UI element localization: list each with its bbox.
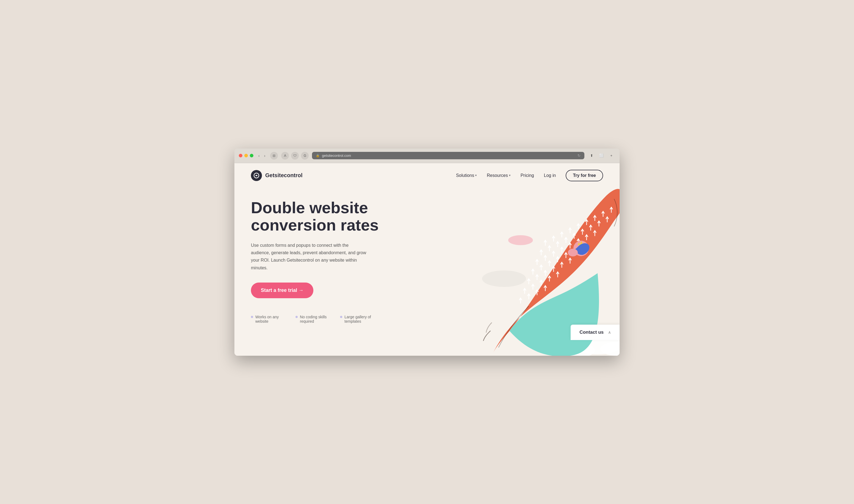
contact-bar-chevron-icon: ∧: [608, 330, 611, 335]
logo-text: Getsitecontrol: [265, 172, 303, 179]
feature-item-3: Large gallery of templates: [340, 315, 376, 324]
back-button[interactable]: ‹: [257, 152, 261, 159]
feature-label-2: No coding skills required: [300, 315, 331, 324]
sidebar-button[interactable]: ⬜: [598, 152, 605, 160]
refresh-icon[interactable]: ↻: [578, 154, 581, 158]
features-list: Works on any website No coding skills re…: [251, 315, 394, 324]
logo-area[interactable]: Getsitecontrol: [251, 170, 303, 181]
resources-label: Resources: [487, 173, 508, 178]
feature-item-2: No coding skills required: [295, 315, 331, 324]
browser-window: ‹ › ⊟ A 🛡 G 🔒 getsitecontrol.com ↻ ⬆ ⬜ +: [234, 148, 620, 356]
address-bar[interactable]: 🔒 getsitecontrol.com ↻: [312, 152, 584, 159]
feature-dot-2: [295, 316, 298, 318]
browser-actions: ⬆ ⬜ +: [588, 152, 615, 160]
browser-chrome: ‹ › ⊟ A 🛡 G 🔒 getsitecontrol.com ↻ ⬆ ⬜ +: [234, 148, 620, 163]
minimize-button[interactable]: [244, 154, 248, 157]
page-content: Getsitecontrol Solutions ▾ Resources ▾ P…: [234, 163, 620, 356]
login-nav-item[interactable]: Log in: [544, 173, 556, 178]
sidebar-toggle[interactable]: ⊟: [270, 152, 278, 160]
ext-icon[interactable]: G: [301, 152, 309, 160]
solutions-nav-item[interactable]: Solutions ▾: [456, 173, 477, 178]
resources-chevron: ▾: [509, 174, 511, 177]
solutions-chevron: ▾: [475, 174, 477, 177]
try-for-free-button[interactable]: Try for free: [566, 170, 603, 181]
feature-item-1: Works on any website: [251, 315, 287, 324]
lock-icon: 🔒: [316, 154, 320, 157]
adblock-icon[interactable]: A: [281, 152, 289, 160]
feature-dot-1: [251, 316, 253, 318]
shield-icon[interactable]: 🛡: [291, 152, 299, 160]
pricing-label: Pricing: [521, 173, 534, 178]
new-tab-button[interactable]: +: [607, 152, 615, 160]
solutions-label: Solutions: [456, 173, 474, 178]
svg-point-1: [482, 270, 526, 287]
contact-us-label: Contact us: [579, 329, 604, 335]
start-free-trial-button[interactable]: Start a free trial →: [251, 283, 313, 298]
traffic-lights: [239, 154, 253, 157]
resources-nav-item[interactable]: Resources ▾: [487, 173, 510, 178]
logo-icon: [251, 170, 262, 181]
feature-label-3: Large gallery of templates: [344, 315, 376, 324]
nav-links: Solutions ▾ Resources ▾ Pricing Log in T…: [456, 170, 603, 181]
share-button[interactable]: ⬆: [588, 152, 595, 160]
svg-point-7: [568, 249, 578, 256]
maximize-button[interactable]: [250, 154, 253, 157]
svg-point-5: [508, 235, 533, 245]
contact-bar[interactable]: Contact us ∧: [570, 325, 620, 340]
forward-button[interactable]: ›: [262, 152, 267, 159]
hero-section: Double website conversion rates Use cust…: [234, 188, 620, 340]
browser-nav-buttons: ‹ ›: [257, 152, 267, 159]
hero-content: Double website conversion rates Use cust…: [251, 199, 394, 324]
feature-label-1: Works on any website: [255, 315, 287, 324]
hero-title: Double website conversion rates: [251, 199, 394, 234]
extension-icons: A 🛡 G: [281, 152, 309, 160]
hero-subtitle: Use custom forms and popups to connect w…: [251, 241, 366, 272]
url-text: getsitecontrol.com: [322, 154, 351, 158]
close-button[interactable]: [239, 154, 242, 157]
pricing-nav-item[interactable]: Pricing: [521, 173, 534, 178]
feature-dot-3: [340, 316, 342, 318]
